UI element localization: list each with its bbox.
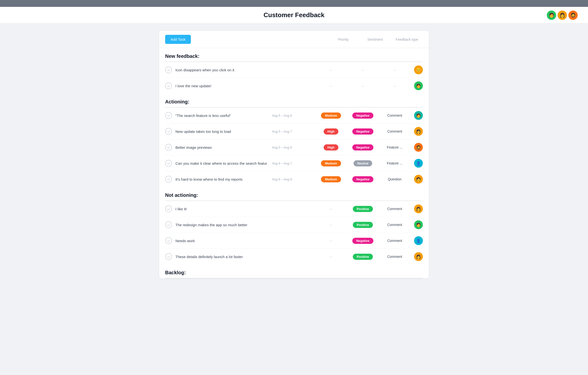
avatar[interactable]: 👤 bbox=[414, 236, 423, 245]
avatar[interactable]: 🧑 bbox=[414, 81, 423, 90]
sections-container: New feedback:Icon disappears when you cl… bbox=[159, 48, 429, 278]
task-columns: —PositiveComment👩 bbox=[315, 252, 423, 261]
priority-dash: — bbox=[329, 239, 333, 243]
task-avatar-col: 🧑 bbox=[411, 220, 423, 229]
header-avatars: 🧑 👩 🧔 bbox=[546, 10, 578, 20]
priority-badge: Medium bbox=[321, 160, 341, 166]
task-columns: MediumNegativeComment🧑 bbox=[315, 111, 423, 120]
task-checkbox[interactable] bbox=[165, 237, 172, 244]
task-checkbox[interactable] bbox=[165, 112, 172, 119]
task-checkbox[interactable] bbox=[165, 144, 172, 151]
priority-badge: Medium bbox=[321, 176, 341, 182]
avatar[interactable]: 👩 bbox=[414, 127, 423, 136]
priority-dash: — bbox=[329, 68, 333, 72]
top-bar bbox=[0, 0, 588, 7]
task-feedback-type: Comment bbox=[379, 129, 411, 133]
task-row: I like it!—PositiveComment👩 bbox=[165, 201, 423, 217]
feedback-type-text: Comment bbox=[387, 207, 402, 211]
task-priority: Medium bbox=[315, 176, 347, 182]
task-feedback-type: Comment bbox=[379, 113, 411, 117]
section-not-actioning: Not actioning:I like it!—PositiveComment… bbox=[159, 187, 429, 264]
task-sentiment: Positive bbox=[347, 254, 379, 260]
avatar-2[interactable]: 👩 bbox=[557, 10, 567, 20]
task-name: Can you make it clear where to access th… bbox=[175, 161, 269, 165]
task-feedback-type: Comment bbox=[379, 207, 411, 211]
task-columns: HighNegativeComment👩 bbox=[315, 127, 423, 136]
section-new-feedback: New feedback:Icon disappears when you cl… bbox=[159, 48, 429, 94]
task-columns: HighNegativeFeature ...🧔 bbox=[315, 143, 423, 152]
avatar[interactable]: 🧑 bbox=[414, 175, 423, 184]
page-title: Customer Feedback bbox=[264, 11, 325, 19]
task-name: Icon disappears when you click on it bbox=[175, 68, 269, 72]
task-checkbox[interactable] bbox=[165, 176, 172, 183]
task-priority: High bbox=[315, 128, 347, 135]
task-priority: — bbox=[315, 239, 347, 243]
task-avatar-col: 👤 bbox=[411, 236, 423, 245]
section-backlog: Backlog: bbox=[159, 264, 429, 278]
section-actioning: Actioning:"The search feature is less us… bbox=[159, 94, 429, 187]
task-avatar-col: 😊 bbox=[411, 65, 423, 74]
task-checkbox[interactable] bbox=[165, 82, 172, 89]
avatar-1[interactable]: 🧑 bbox=[546, 10, 557, 20]
feedback-type-text: Comment bbox=[387, 113, 402, 117]
task-avatar-col: 🧑 bbox=[411, 81, 423, 90]
task-avatar-col: 👩 bbox=[411, 252, 423, 261]
task-checkbox[interactable] bbox=[165, 66, 172, 73]
task-sentiment: Negative bbox=[347, 112, 379, 119]
task-checkbox[interactable] bbox=[165, 128, 172, 135]
task-name: It's hard to know where to find my repor… bbox=[175, 177, 269, 181]
task-feedback-type: — bbox=[379, 68, 411, 72]
task-priority: — bbox=[315, 207, 347, 211]
feedback-type-header: Feedback type bbox=[391, 38, 423, 41]
task-name: Needs work bbox=[175, 239, 269, 243]
task-feedback-type: Comment bbox=[379, 223, 411, 227]
task-checkbox[interactable] bbox=[165, 160, 172, 167]
task-name: "The search feature is less useful" bbox=[175, 113, 269, 118]
priority-dash: — bbox=[329, 207, 333, 211]
task-sentiment: Positive bbox=[347, 222, 379, 228]
feedback-type-text: Feature ... bbox=[387, 145, 403, 149]
task-priority: — bbox=[315, 223, 347, 227]
main-content: Add Task Priority Sentiment Feedback typ… bbox=[159, 31, 429, 278]
avatar-3[interactable]: 🧔 bbox=[568, 10, 578, 20]
task-date: Aug 5 – Aug 6 bbox=[269, 114, 295, 117]
task-row: The redesign makes the app so much bette… bbox=[165, 217, 423, 233]
task-row: These details definitely launch a lot fa… bbox=[165, 249, 423, 264]
task-date: Aug 5 – Aug 6 bbox=[269, 146, 295, 149]
task-date: Aug 5 – Aug 7 bbox=[269, 130, 295, 133]
sentiment-dash: — bbox=[361, 84, 365, 88]
avatar[interactable]: 👩 bbox=[414, 252, 423, 261]
toolbar: Add Task Priority Sentiment Feedback typ… bbox=[159, 31, 429, 48]
task-sentiment: — bbox=[347, 84, 379, 88]
task-name: The redesign makes the app so much bette… bbox=[175, 223, 269, 227]
task-date: Aug 6 – Aug 7 bbox=[269, 162, 295, 165]
task-checkbox[interactable] bbox=[165, 221, 172, 228]
task-checkbox[interactable] bbox=[165, 205, 172, 212]
task-checkbox[interactable] bbox=[165, 253, 172, 260]
task-row: "The search feature is less useful"Aug 5… bbox=[165, 108, 423, 124]
task-sentiment: Negative bbox=[347, 176, 379, 182]
avatar[interactable]: 🧑 bbox=[414, 220, 423, 229]
section-title-new-feedback: New feedback: bbox=[165, 48, 423, 62]
avatar[interactable]: 🧑 bbox=[414, 111, 423, 120]
task-avatar-col: 👤 bbox=[411, 159, 423, 168]
task-row: New update takes too long to loadAug 5 –… bbox=[165, 124, 423, 139]
avatar[interactable]: 😊 bbox=[414, 65, 423, 74]
task-feedback-type: Feature ... bbox=[379, 145, 411, 149]
feedback-type-dash: — bbox=[393, 84, 396, 88]
avatar[interactable]: 👤 bbox=[414, 159, 423, 168]
sentiment-badge: Negative bbox=[352, 128, 373, 135]
feedback-type-dash: — bbox=[393, 68, 396, 72]
task-avatar-col: 👩 bbox=[411, 204, 423, 213]
add-task-button[interactable]: Add Task bbox=[165, 35, 191, 44]
sentiment-badge: Positive bbox=[353, 222, 373, 228]
avatar[interactable]: 🧔 bbox=[414, 143, 423, 152]
avatar[interactable]: 👩 bbox=[414, 204, 423, 213]
sentiment-badge: Neutral bbox=[354, 160, 372, 166]
feedback-type-text: Feature ... bbox=[387, 161, 403, 165]
sentiment-badge: Negative bbox=[352, 238, 373, 244]
section-title-actioning: Actioning: bbox=[165, 94, 423, 108]
task-row: Can you make it clear where to access th… bbox=[165, 155, 423, 171]
task-avatar-col: 🧑 bbox=[411, 175, 423, 184]
task-feedback-type: Question bbox=[379, 177, 411, 181]
